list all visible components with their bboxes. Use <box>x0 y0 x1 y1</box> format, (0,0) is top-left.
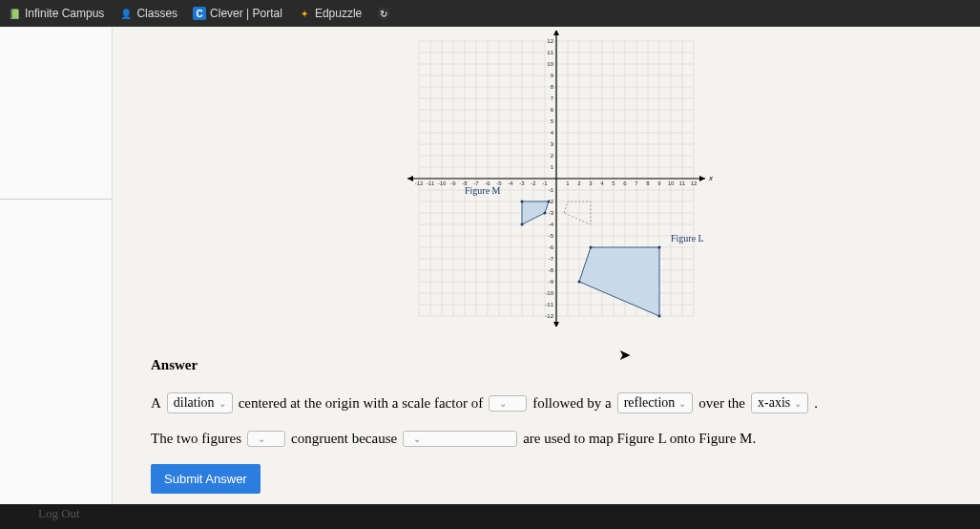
svg-marker-53 <box>407 176 413 181</box>
submit-button[interactable]: Submit Answer <box>151 464 261 494</box>
svg-point-110 <box>657 315 660 318</box>
svg-text:-10: -10 <box>437 180 446 186</box>
svg-text:-9: -9 <box>450 180 456 186</box>
chevron-down-icon: ⌄ <box>499 398 507 409</box>
svg-text:-3: -3 <box>519 180 525 186</box>
text-a: A <box>151 395 161 412</box>
coordinate-graph: -12-11-10-9-8-7-6-5-4-3-2-11234567891011… <box>385 31 728 327</box>
svg-text:7: 7 <box>635 180 638 186</box>
bookmarks-bar: 📗 Infinite Campus 👤 Classes C Clever | P… <box>0 0 980 27</box>
text-two-figures: The two figures <box>151 431 241 447</box>
refresh-icon: ↻ <box>377 7 390 20</box>
dropdown-transformation-2[interactable]: reflection ⌄ <box>617 392 694 413</box>
svg-text:x: x <box>708 174 714 182</box>
svg-point-109 <box>657 246 660 249</box>
svg-marker-54 <box>553 31 559 35</box>
text-period: . <box>814 395 818 412</box>
svg-text:-3: -3 <box>548 210 553 216</box>
answer-heading: Answer <box>151 357 961 373</box>
svg-text:-1: -1 <box>542 180 548 186</box>
svg-text:-10: -10 <box>545 290 553 296</box>
svg-text:3: 3 <box>589 180 593 186</box>
svg-point-107 <box>577 281 580 284</box>
dropdown-value: reflection <box>624 395 676 411</box>
text-followed: followed by a <box>532 395 611 412</box>
svg-text:10: 10 <box>667 180 674 186</box>
chevron-down-icon: ⌄ <box>678 398 686 409</box>
svg-text:12: 12 <box>690 180 697 186</box>
svg-text:-2: -2 <box>531 180 536 186</box>
svg-text:-8: -8 <box>548 267 553 273</box>
sidebar-divider <box>0 199 112 200</box>
dropdown-reason[interactable]: ⌄ <box>403 431 517 447</box>
svg-text:1: 1 <box>566 180 570 186</box>
chevron-down-icon: ⌄ <box>258 434 265 444</box>
bookmark-label: Infinite Campus <box>25 7 104 20</box>
edpuzzle-icon: ✦ <box>298 7 311 20</box>
bookmark-classes[interactable]: 👤 Classes <box>119 7 177 20</box>
svg-text:6: 6 <box>623 180 627 186</box>
svg-text:-12: -12 <box>414 180 423 186</box>
dropdown-value: dilation <box>174 395 215 411</box>
svg-text:-4: -4 <box>508 180 513 186</box>
content: -12-11-10-9-8-7-6-5-4-3-2-11234567891011… <box>0 27 980 504</box>
svg-point-113 <box>520 223 523 226</box>
graph-container: -12-11-10-9-8-7-6-5-4-3-2-11234567891011… <box>151 27 961 327</box>
svg-marker-106 <box>579 247 659 316</box>
dropdown-axis[interactable]: x-axis ⌄ <box>751 392 808 413</box>
bookmark-label: Edpuzzle <box>315 7 362 20</box>
svg-text:4: 4 <box>600 180 604 186</box>
sidebar <box>0 27 113 504</box>
bookmark-infinite-campus[interactable]: 📗 Infinite Campus <box>8 7 104 20</box>
svg-text:Figure L: Figure L <box>671 233 704 243</box>
clever-icon: C <box>193 7 206 20</box>
svg-text:-9: -9 <box>548 279 553 285</box>
svg-text:2: 2 <box>577 180 581 186</box>
svg-text:Figure M: Figure M <box>465 185 501 196</box>
chevron-down-icon: ⌄ <box>794 398 802 409</box>
svg-point-114 <box>543 212 546 215</box>
dropdown-transformation-1[interactable]: dilation ⌄ <box>167 392 233 413</box>
text-over: over the <box>699 395 745 412</box>
svg-text:12: 12 <box>547 38 553 44</box>
svg-point-115 <box>547 201 550 203</box>
svg-text:-5: -5 <box>548 233 553 239</box>
svg-text:5: 5 <box>612 180 615 186</box>
chevron-down-icon: ⌄ <box>219 398 226 409</box>
main-content: -12-11-10-9-8-7-6-5-4-3-2-11234567891011… <box>113 27 980 504</box>
svg-point-112 <box>520 201 523 203</box>
svg-text:10: 10 <box>547 61 553 67</box>
bookmark-clever[interactable]: C Clever | Portal <box>193 7 282 20</box>
svg-text:-11: -11 <box>426 180 434 186</box>
classes-icon: 👤 <box>119 7 133 20</box>
infinite-campus-icon: 📗 <box>8 7 21 20</box>
svg-text:-7: -7 <box>548 256 553 262</box>
bookmark-label: Classes <box>136 7 177 20</box>
svg-text:-1: -1 <box>548 187 553 193</box>
dropdown-value: x-axis <box>758 395 790 411</box>
text-used-to-map: are used to map Figure L onto Figure M. <box>523 431 756 447</box>
logout-link[interactable]: Log Out <box>38 506 80 521</box>
svg-marker-52 <box>699 176 705 181</box>
svg-point-108 <box>589 246 592 249</box>
svg-text:-6: -6 <box>548 244 553 250</box>
bookmark-refresh[interactable]: ↻ <box>377 7 390 20</box>
chevron-down-icon: ⌄ <box>413 434 421 444</box>
text-centered: centered at the origin with a scale fact… <box>239 395 484 412</box>
svg-text:8: 8 <box>646 180 650 186</box>
svg-text:9: 9 <box>657 180 661 186</box>
svg-text:11: 11 <box>547 50 553 55</box>
answer-line-1: A dilation ⌄ centered at the origin with… <box>151 392 961 413</box>
answer-section: Answer A dilation ⌄ centered at the orig… <box>151 357 961 494</box>
svg-marker-55 <box>553 322 559 327</box>
text-congruent: congruent because <box>291 431 397 447</box>
svg-text:-12: -12 <box>545 313 553 319</box>
svg-text:11: 11 <box>678 180 685 186</box>
answer-line-2: The two figures ⌄ congruent because ⌄ ar… <box>151 431 961 447</box>
bookmark-label: Clever | Portal <box>210 7 282 20</box>
svg-text:-4: -4 <box>548 222 553 227</box>
svg-text:-11: -11 <box>545 302 553 307</box>
dropdown-scale-factor[interactable]: ⌄ <box>489 395 527 412</box>
dropdown-are[interactable]: ⌄ <box>247 431 285 447</box>
bookmark-edpuzzle[interactable]: ✦ Edpuzzle <box>298 7 362 20</box>
